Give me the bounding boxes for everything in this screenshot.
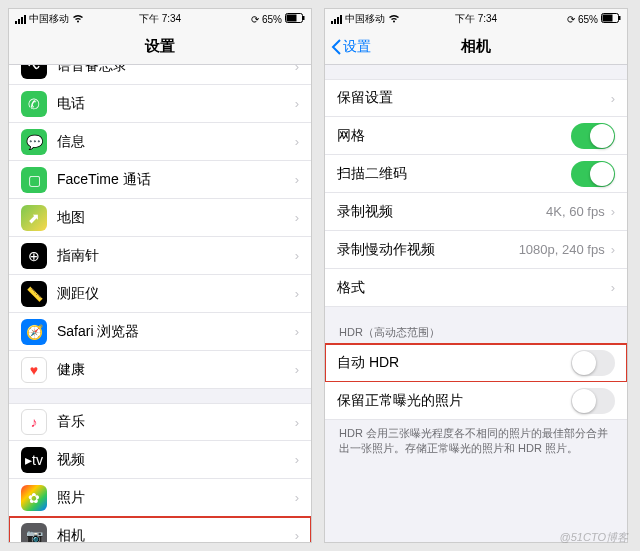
chevron-right-icon: › bbox=[295, 415, 299, 430]
scan-qr-toggle[interactable] bbox=[571, 161, 615, 187]
chevron-right-icon: › bbox=[611, 204, 615, 219]
svg-rect-1 bbox=[287, 15, 297, 22]
chevron-right-icon: › bbox=[295, 362, 299, 377]
battery-label: 65% bbox=[262, 14, 282, 25]
row-detail: 1080p, 240 fps bbox=[519, 242, 605, 257]
row-measure[interactable]: 📏 测距仪 › bbox=[9, 275, 311, 313]
row-label: 地图 bbox=[57, 209, 295, 227]
row-auto-hdr[interactable]: 自动 HDR bbox=[325, 344, 627, 382]
time-label: 下午 7:34 bbox=[455, 12, 497, 26]
chevron-right-icon: › bbox=[295, 172, 299, 187]
row-label: 录制慢动作视频 bbox=[337, 241, 519, 259]
row-detail: 4K, 60 fps bbox=[546, 204, 605, 219]
row-label: FaceTime 通话 bbox=[57, 171, 295, 189]
row-keep-settings[interactable]: 保留设置 › bbox=[325, 79, 627, 117]
chevron-right-icon: › bbox=[295, 286, 299, 301]
row-label: 保留设置 bbox=[337, 89, 611, 107]
nav-bar: 设置 bbox=[9, 29, 311, 65]
row-compass[interactable]: ⊕ 指南针 › bbox=[9, 237, 311, 275]
wifi-icon bbox=[72, 14, 84, 25]
watermark: @51CTO博客 bbox=[560, 530, 628, 545]
chevron-right-icon: › bbox=[295, 490, 299, 505]
settings-screen: 中国移动 下午 7:34 ⟳ 65% 设置 语音备忘录 › ✆ 电话 bbox=[8, 8, 312, 543]
row-health[interactable]: ♥ 健康 › bbox=[9, 351, 311, 389]
camera-settings-screen: 中国移动 下午 7:34 ⟳ 65% 设置 相机 保留设置 › 网格 bbox=[324, 8, 628, 543]
back-label: 设置 bbox=[343, 38, 371, 56]
row-label: 音乐 bbox=[57, 413, 295, 431]
row-label: 指南针 bbox=[57, 247, 295, 265]
row-label: 录制视频 bbox=[337, 203, 546, 221]
battery-icon bbox=[601, 13, 621, 25]
chevron-right-icon: › bbox=[295, 528, 299, 542]
page-title: 相机 bbox=[461, 37, 491, 56]
back-button[interactable]: 设置 bbox=[331, 29, 371, 64]
row-facetime[interactable]: ▢ FaceTime 通话 › bbox=[9, 161, 311, 199]
nav-bar: 设置 相机 bbox=[325, 29, 627, 65]
row-messages[interactable]: 💬 信息 › bbox=[9, 123, 311, 161]
grid-toggle[interactable] bbox=[571, 123, 615, 149]
phone-icon: ✆ bbox=[21, 91, 47, 117]
carrier-label: 中国移动 bbox=[29, 12, 69, 26]
hdr-footer-text: HDR 会用三张曝光程度各不相同的照片的最佳部分合并出一张照片。存储正常曝光的照… bbox=[325, 420, 627, 463]
row-record-slowmo[interactable]: 录制慢动作视频 1080p, 240 fps › bbox=[325, 231, 627, 269]
row-maps[interactable]: ⬈ 地图 › bbox=[9, 199, 311, 237]
row-label: Safari 浏览器 bbox=[57, 323, 295, 341]
chevron-right-icon: › bbox=[295, 65, 299, 74]
row-label: 网格 bbox=[337, 127, 571, 145]
row-label: 视频 bbox=[57, 451, 295, 469]
row-label: 自动 HDR bbox=[337, 354, 571, 372]
rotation-lock-icon: ⟳ bbox=[251, 14, 259, 25]
row-phone[interactable]: ✆ 电话 › bbox=[9, 85, 311, 123]
row-label: 信息 bbox=[57, 133, 295, 151]
row-safari[interactable]: 🧭 Safari 浏览器 › bbox=[9, 313, 311, 351]
row-music[interactable]: ♪ 音乐 › bbox=[9, 403, 311, 441]
row-tv[interactable]: ▸tv 视频 › bbox=[9, 441, 311, 479]
row-record-video[interactable]: 录制视频 4K, 60 fps › bbox=[325, 193, 627, 231]
svg-rect-4 bbox=[603, 15, 613, 22]
keep-normal-toggle[interactable] bbox=[571, 388, 615, 414]
auto-hdr-toggle[interactable] bbox=[571, 350, 615, 376]
status-bar: 中国移动 下午 7:34 ⟳ 65% bbox=[325, 9, 627, 29]
row-keep-normal-photo[interactable]: 保留正常曝光的照片 bbox=[325, 382, 627, 420]
time-label: 下午 7:34 bbox=[139, 12, 181, 26]
chevron-right-icon: › bbox=[295, 134, 299, 149]
svg-rect-5 bbox=[619, 16, 621, 20]
row-label: 照片 bbox=[57, 489, 295, 507]
tv-icon: ▸tv bbox=[21, 447, 47, 473]
chevron-right-icon: › bbox=[611, 242, 615, 257]
camera-icon: 📷 bbox=[21, 523, 47, 543]
row-label: 电话 bbox=[57, 95, 295, 113]
health-icon: ♥ bbox=[21, 357, 47, 383]
maps-icon: ⬈ bbox=[21, 205, 47, 231]
battery-icon bbox=[285, 13, 305, 25]
messages-icon: 💬 bbox=[21, 129, 47, 155]
row-camera[interactable]: 📷 相机 › bbox=[9, 517, 311, 542]
row-label: 格式 bbox=[337, 279, 611, 297]
safari-icon: 🧭 bbox=[21, 319, 47, 345]
row-label: 语音备忘录 bbox=[57, 65, 295, 75]
row-label: 扫描二维码 bbox=[337, 165, 571, 183]
row-label: 相机 bbox=[57, 527, 295, 543]
row-label: 保留正常曝光的照片 bbox=[337, 392, 571, 410]
hdr-section-header: HDR（高动态范围） bbox=[325, 321, 627, 344]
signal-icon bbox=[331, 15, 342, 24]
row-label: 健康 bbox=[57, 361, 295, 379]
row-grid[interactable]: 网格 bbox=[325, 117, 627, 155]
measure-icon: 📏 bbox=[21, 281, 47, 307]
chevron-left-icon bbox=[331, 39, 341, 55]
chevron-right-icon: › bbox=[295, 324, 299, 339]
row-scan-qr[interactable]: 扫描二维码 bbox=[325, 155, 627, 193]
battery-label: 65% bbox=[578, 14, 598, 25]
wifi-icon bbox=[388, 14, 400, 25]
row-voice-memos[interactable]: 语音备忘录 › bbox=[9, 65, 311, 85]
chevron-right-icon: › bbox=[611, 280, 615, 295]
row-photos[interactable]: ✿ 照片 › bbox=[9, 479, 311, 517]
chevron-right-icon: › bbox=[295, 210, 299, 225]
rotation-lock-icon: ⟳ bbox=[567, 14, 575, 25]
chevron-right-icon: › bbox=[611, 91, 615, 106]
status-bar: 中国移动 下午 7:34 ⟳ 65% bbox=[9, 9, 311, 29]
music-icon: ♪ bbox=[21, 409, 47, 435]
voice-memos-icon bbox=[21, 65, 47, 79]
row-formats[interactable]: 格式 › bbox=[325, 269, 627, 307]
facetime-icon: ▢ bbox=[21, 167, 47, 193]
